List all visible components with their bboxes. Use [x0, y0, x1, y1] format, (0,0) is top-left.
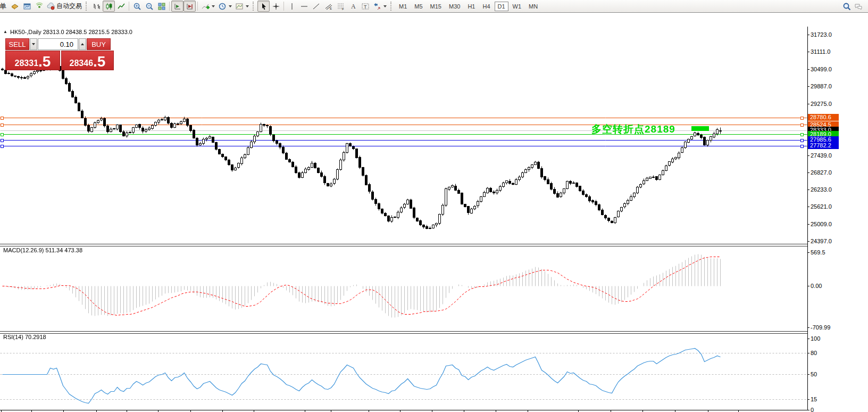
channel-button[interactable]: E	[322, 1, 335, 12]
dropdown-caret-icon[interactable]	[212, 5, 215, 7]
dropdown-caret-icon[interactable]	[246, 5, 249, 7]
tab-timeframe-m1[interactable]: M1	[396, 2, 410, 11]
price-tick-label: 29275.0	[811, 101, 832, 107]
chart-shift-button[interactable]	[183, 1, 196, 12]
annotation-highlight-box[interactable]	[691, 126, 709, 131]
date-tick	[528, 410, 528, 412]
buy-price-display[interactable]: 28346.5	[61, 51, 114, 70]
periods-button[interactable]	[216, 1, 233, 12]
axis-tick	[807, 86, 809, 87]
chat-icon[interactable]	[854, 2, 863, 11]
new-order-button[interactable]	[9, 1, 21, 12]
date-tick	[642, 410, 643, 412]
price-tick-label: 29887.0	[811, 83, 832, 89]
vline-icon	[288, 2, 296, 11]
signals-button[interactable]	[33, 1, 45, 12]
price-axis-border	[807, 27, 808, 410]
dropdown-caret-icon[interactable]	[383, 5, 387, 7]
arrows-button[interactable]	[371, 1, 388, 12]
price-tick-label: 25621.0	[811, 203, 832, 210]
caret-down-icon	[32, 43, 35, 45]
volume-input[interactable]	[38, 38, 78, 50]
order-label[interactable]: 单	[0, 2, 7, 11]
toolbar-separator	[169, 2, 170, 11]
macd-tick-label: -709.99	[811, 324, 830, 331]
crosshair-button[interactable]	[270, 1, 282, 12]
text-label-icon: T	[361, 2, 370, 11]
search-icon[interactable]	[842, 2, 851, 11]
toolbar-grip[interactable]	[86, 2, 88, 11]
rsi-label: RSI(14) 70.2918	[3, 334, 46, 340]
zoom-in-button[interactable]	[131, 1, 143, 12]
price-tick-label: 25009.0	[811, 221, 832, 227]
tab-timeframe-m15[interactable]: M15	[427, 2, 445, 11]
axis-tick	[807, 353, 809, 353]
horizontal-line-button[interactable]	[298, 1, 310, 12]
candlestick-chart-button[interactable]	[103, 1, 115, 12]
axis-tick	[807, 410, 809, 410]
collapse-panel-arrow[interactable]: ▲	[3, 29, 7, 34]
tab-timeframe-h1[interactable]: H1	[464, 2, 478, 11]
cursor-icon	[260, 2, 268, 11]
autotrading-button[interactable]: 自动交易	[45, 1, 84, 12]
tile-windows-button[interactable]	[155, 1, 168, 12]
tile-windows-icon	[157, 2, 166, 11]
dropdown-caret-icon[interactable]	[229, 5, 232, 7]
text-label-button[interactable]: T	[359, 1, 371, 12]
axis-tick	[807, 35, 809, 35]
caret-up-icon	[81, 43, 84, 45]
sell-price-display[interactable]: 28331.5	[5, 51, 60, 70]
toolbar-separator	[197, 2, 198, 11]
market-watch-button[interactable]	[21, 1, 33, 12]
text-button[interactable]: A	[347, 1, 359, 12]
panel-separator[interactable]	[0, 331, 807, 334]
chart-shift-icon	[186, 2, 194, 11]
panel-separator[interactable]	[0, 244, 807, 246]
date-tick	[369, 410, 369, 412]
autotrading-label: 自动交易	[56, 2, 82, 11]
chart-window: ▲ HK50-,Daily 28313.0 28438.5 28215.5 28…	[0, 13, 868, 412]
date-tick	[63, 410, 64, 412]
axis-tick	[807, 286, 809, 286]
fibonacci-button[interactable]: F	[335, 1, 347, 12]
periods-clock-icon	[218, 2, 227, 11]
templates-button[interactable]	[233, 1, 251, 12]
sell-button[interactable]: SELL	[5, 38, 29, 50]
zoom-in-icon	[133, 2, 141, 11]
annotation-text[interactable]: 多空转折点28189	[591, 122, 675, 136]
date-tick	[578, 410, 579, 412]
cursor-button[interactable]	[257, 1, 270, 12]
trendline-button[interactable]	[310, 1, 322, 12]
date-tick	[305, 410, 305, 412]
macd-label: MACD(12.26.9) 511.34 473.38	[3, 247, 82, 253]
price-chart-canvas[interactable]	[0, 27, 807, 410]
zoom-out-button[interactable]	[143, 1, 155, 12]
bar-chart-icon	[93, 2, 101, 11]
crosshair-icon	[272, 2, 280, 11]
new-order-icon	[11, 2, 19, 11]
axis-tick	[807, 399, 809, 400]
indicators-button[interactable]	[199, 1, 216, 12]
auto-scroll-button[interactable]	[171, 1, 183, 12]
tab-timeframe-w1[interactable]: W1	[510, 2, 525, 11]
price-line-tag: 28780.6	[808, 114, 839, 121]
line-chart-button[interactable]	[115, 1, 127, 12]
tab-timeframe-m30[interactable]: M30	[446, 2, 463, 11]
toolbar-grip[interactable]	[390, 2, 393, 11]
tab-timeframe-mn[interactable]: MN	[525, 2, 541, 11]
autotrade-cloud-icon	[47, 2, 55, 11]
tab-timeframe-d1[interactable]: D1	[495, 2, 508, 11]
tab-timeframe-m5[interactable]: M5	[411, 2, 425, 11]
tab-timeframe-h4[interactable]: H4	[479, 2, 493, 11]
volume-increase-button[interactable]	[79, 38, 86, 50]
bar-chart-button[interactable]	[90, 1, 103, 12]
svg-text:E: E	[330, 7, 332, 10]
toolbar-grip[interactable]	[253, 2, 255, 11]
vertical-line-button[interactable]	[286, 1, 298, 12]
rsi-tick-label: 50	[811, 371, 817, 377]
candle-chart-icon	[105, 2, 113, 11]
date-tick	[675, 410, 675, 412]
date-tick	[464, 410, 464, 412]
buy-button[interactable]: BUY	[87, 38, 111, 50]
volume-decrease-button[interactable]	[30, 38, 37, 50]
